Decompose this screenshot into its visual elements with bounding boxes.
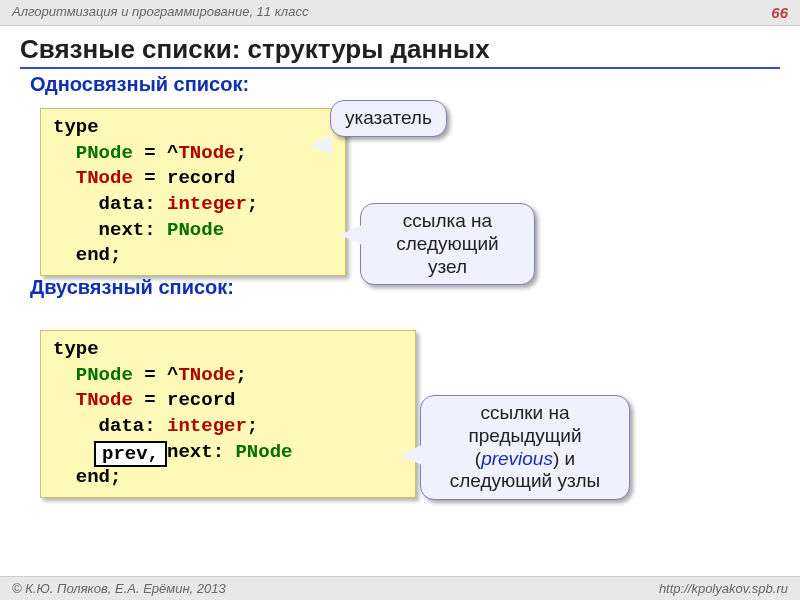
course-title: Алгоритмизация и программирование, 11 кл…: [12, 4, 308, 21]
prev-highlight-box: prev,: [94, 441, 167, 467]
bubble-prev-next: ссылки на предыдущий (previous) и следую…: [420, 395, 630, 500]
code-token: PNode: [53, 364, 133, 386]
code-token: PNode: [167, 219, 224, 241]
code-token: end;: [53, 244, 121, 266]
bubble-text-italic: previous: [481, 448, 553, 469]
code-token: next:: [53, 219, 167, 241]
code-token: TNode: [53, 389, 133, 411]
code-token: record: [167, 167, 235, 189]
bubble-text: ссылка на следующий узел: [396, 210, 498, 277]
code-line: type: [53, 338, 99, 360]
subtitle-single: Односвязный список:: [30, 73, 800, 96]
code-token: end;: [53, 466, 121, 488]
bubble-pointer: указатель: [330, 100, 447, 137]
slide-title: Связные списки: структуры данных: [20, 34, 780, 69]
copyright: © К.Ю. Поляков, Е.А. Ерёмин, 2013: [12, 581, 226, 596]
code-token: PNode: [235, 441, 292, 463]
code-token: = ^: [133, 364, 179, 386]
code-token: TNode: [178, 142, 235, 164]
code-token: record: [167, 389, 235, 411]
code-token: TNode: [178, 364, 235, 386]
code-token: data:: [53, 415, 167, 437]
code-block-single: type PNode = ^TNode; TNode = record data…: [40, 108, 346, 276]
code-block-double: type PNode = ^TNode; TNode = record data…: [40, 330, 416, 498]
code-token: = ^: [133, 142, 179, 164]
code-token: ;: [235, 142, 246, 164]
code-line: type: [53, 116, 99, 138]
page-number: 66: [771, 4, 788, 21]
bubble-text: указатель: [345, 107, 432, 128]
code-token: integer: [167, 415, 247, 437]
bubble-tail-icon: [310, 135, 332, 155]
code-token: ;: [247, 415, 258, 437]
code-token: data:: [53, 193, 167, 215]
code-token: =: [133, 389, 167, 411]
code-token: integer: [167, 193, 247, 215]
bubble-tail-icon: [340, 225, 362, 245]
footer-url: http://kpolyakov.spb.ru: [659, 581, 788, 596]
slide-header: Алгоритмизация и программирование, 11 кл…: [0, 0, 800, 26]
bubble-next-link: ссылка на следующий узел: [360, 203, 535, 285]
code-token: ;: [235, 364, 246, 386]
bubble-tail-icon: [400, 445, 422, 465]
code-token: ;: [247, 193, 258, 215]
prev-label: prev,: [102, 443, 159, 465]
slide-footer: © К.Ю. Поляков, Е.А. Ерёмин, 2013 http:/…: [0, 576, 800, 600]
code-token: TNode: [53, 167, 133, 189]
code-token: PNode: [53, 142, 133, 164]
code-token: =: [133, 167, 167, 189]
